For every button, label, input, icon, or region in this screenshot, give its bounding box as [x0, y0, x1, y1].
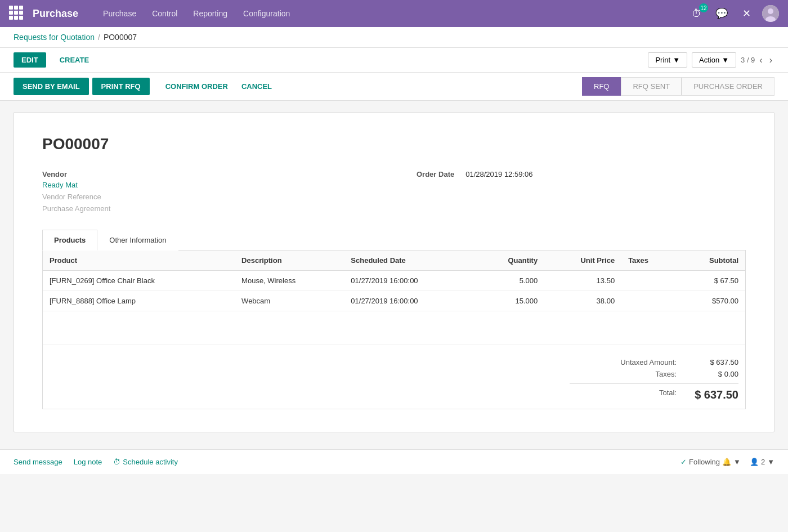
total-value: $ 637.50 [688, 388, 738, 401]
col-taxes: Taxes [621, 251, 676, 271]
taxes-row: Taxes: $ 0.00 [570, 368, 738, 380]
taxes-label: Taxes: [570, 370, 688, 378]
record-nav: 3 / 9 ‹ › [741, 54, 774, 66]
row1-unit-price: 13.50 [544, 271, 621, 291]
row1-description: Mouse, Wireless [235, 271, 344, 291]
order-date-value: 01/28/2019 12:59:06 [465, 170, 532, 178]
clock-small-icon: ⏱ [113, 458, 120, 466]
row2-product: [FURN_8888] Office Lamp [43, 291, 235, 311]
schedule-activity-button[interactable]: ⏱ Schedule activity [113, 458, 178, 466]
tabs: Products Other Information [42, 230, 746, 251]
print-label: Print [655, 56, 670, 64]
nav-purchase[interactable]: Purchase [95, 0, 144, 27]
breadcrumb-parent[interactable]: Requests for Quotation [14, 33, 95, 42]
nav-control[interactable]: Control [144, 0, 185, 27]
untaxed-value: $ 637.50 [688, 358, 738, 366]
order-table: Product Description Scheduled Date Quant… [43, 251, 745, 345]
log-note-button[interactable]: Log note [74, 458, 102, 466]
untaxed-row: Untaxed Amount: $ 637.50 [570, 356, 738, 368]
send-by-email-button[interactable]: SEND BY EMAIL [14, 78, 89, 95]
document-card: PO00007 Vendor Ready Mat Vendor Referenc… [14, 112, 774, 432]
status-purchase-order: PURCHASE ORDER [682, 77, 774, 96]
print-chevron-icon: ▼ [673, 56, 680, 64]
col-quantity: Quantity [474, 251, 544, 271]
grid-menu-icon[interactable] [9, 6, 25, 21]
send-message-button[interactable]: Send message [14, 458, 62, 466]
tab-products[interactable]: Products [42, 230, 97, 251]
action-button[interactable]: Action ▼ [692, 52, 736, 68]
record-position: 3 / 9 [741, 56, 755, 64]
table-row[interactable]: [FURN_8888] Office Lamp Webcam 01/27/201… [43, 291, 745, 311]
col-unit-price: Unit Price [544, 251, 621, 271]
cancel-button[interactable]: CANCEL [235, 78, 279, 95]
totals-table: Untaxed Amount: $ 637.50 Taxes: $ 0.00 T… [570, 356, 738, 403]
action-chevron-icon: ▼ [722, 56, 729, 64]
row2-date: 01/27/2019 16:00:00 [344, 291, 474, 311]
toolbar: EDIT CREATE Print ▼ Action ▼ 3 / 9 ‹ › [0, 48, 788, 73]
purchase-agreement-label: Purchase Agreement [42, 204, 394, 213]
schedule-activity-label: Schedule activity [123, 458, 178, 466]
untaxed-label: Untaxed Amount: [570, 358, 688, 366]
order-date-label: Order Date [417, 170, 454, 178]
following-button[interactable]: ✓ Following 🔔 ▼ [680, 458, 741, 466]
col-description: Description [235, 251, 344, 271]
row2-description: Webcam [235, 291, 344, 311]
followers-chevron-icon: ▼ [767, 458, 774, 466]
navbar-right: ⏱ 12 💬 ✕ [688, 5, 779, 23]
followers-button[interactable]: 👤 2 ▼ [750, 458, 774, 466]
vendor-value[interactable]: Ready Mat [42, 181, 394, 189]
toolbar-right: Print ▼ Action ▼ 3 / 9 ‹ › [648, 52, 774, 68]
breadcrumb: Requests for Quotation / PO00007 [0, 27, 788, 48]
app-brand: Purchase [33, 8, 78, 20]
row1-quantity: 5.000 [474, 271, 544, 291]
vendor-label: Vendor [42, 170, 394, 178]
main-content: PO00007 Vendor Ready Mat Vendor Referenc… [0, 101, 788, 444]
chatter-right: ✓ Following 🔔 ▼ 👤 2 ▼ [680, 458, 774, 466]
row2-quantity: 15.000 [474, 291, 544, 311]
bell-icon: 🔔 [722, 458, 731, 466]
row2-subtotal: $570.00 [676, 291, 745, 311]
row2-taxes [621, 291, 676, 311]
taxes-value: $ 0.00 [688, 370, 738, 378]
col-subtotal: Subtotal [676, 251, 745, 271]
document-number: PO00007 [42, 135, 746, 153]
order-date-section: Order Date 01/28/2019 12:59:06 [394, 170, 746, 213]
table-row[interactable]: [FURN_0269] Office Chair Black Mouse, Wi… [43, 271, 745, 291]
col-scheduled-date: Scheduled Date [344, 251, 474, 271]
status-rfq-sent: RFQ SENT [621, 77, 682, 96]
row1-taxes [621, 271, 676, 291]
chat-icon[interactable]: 💬 [713, 5, 731, 23]
people-icon: 👤 [750, 458, 759, 466]
prev-record-button[interactable]: ‹ [757, 54, 764, 66]
tab-other-info[interactable]: Other Information [97, 230, 178, 251]
print-button[interactable]: Print ▼ [648, 52, 687, 68]
vendor-ref-label: Vendor Reference [42, 193, 394, 201]
tab-products-content: Product Description Scheduled Date Quant… [42, 251, 746, 409]
create-button[interactable]: CREATE [52, 52, 97, 68]
log-note-label: Log note [74, 458, 102, 466]
row1-product: [FURN_0269] Office Chair Black [43, 271, 235, 291]
following-chevron-icon: ▼ [733, 458, 741, 466]
empty-row [43, 311, 745, 345]
col-product: Product [43, 251, 235, 271]
followers-count: 2 [761, 458, 765, 466]
edit-button[interactable]: EDIT [14, 52, 46, 68]
row1-subtotal: $ 67.50 [676, 271, 745, 291]
close-icon[interactable]: ✕ [737, 5, 755, 23]
checkmark-icon: ✓ [680, 458, 687, 466]
total-label: Total: [570, 388, 688, 401]
avatar[interactable] [762, 5, 779, 22]
status-bar: RFQ RFQ SENT PURCHASE ORDER [582, 77, 774, 96]
document-fields: Vendor Ready Mat Vendor Reference Purcha… [42, 170, 746, 213]
chatter: Send message Log note ⏱ Schedule activit… [0, 449, 788, 474]
total-row: Total: $ 637.50 [570, 383, 738, 403]
next-record-button[interactable]: › [767, 54, 774, 66]
nav-reporting[interactable]: Reporting [185, 0, 235, 27]
clock-icon[interactable]: ⏱ 12 [688, 5, 706, 23]
row2-unit-price: 38.00 [544, 291, 621, 311]
confirm-order-button[interactable]: CONFIRM ORDER [159, 78, 235, 95]
nav-configuration[interactable]: Configuration [235, 0, 298, 27]
row1-date: 01/27/2019 16:00:00 [344, 271, 474, 291]
action-bar: SEND BY EMAIL PRINT RFQ CONFIRM ORDER CA… [0, 73, 788, 101]
print-rfq-button[interactable]: PRINT RFQ [92, 78, 150, 95]
